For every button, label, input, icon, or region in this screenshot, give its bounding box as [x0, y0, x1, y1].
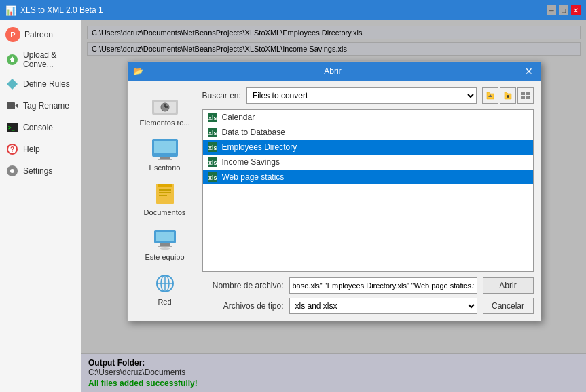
- file-name-database: Data to Database: [222, 128, 285, 137]
- filename-row: Nombre de archivo: Abrir: [202, 277, 534, 294]
- file-item-webstatics[interactable]: xls Web page statics: [203, 170, 533, 184]
- sidebar-label-patreon: Patreon: [24, 30, 53, 39]
- svg-marker-3: [7, 79, 18, 90]
- file-item-employees[interactable]: xls Employees Directory: [203, 140, 533, 155]
- sidebar-item-rules[interactable]: Define Rules: [0, 73, 81, 95]
- app-title: XLS to XML 2.0 Beta 1: [20, 5, 103, 15]
- dialog-body: Elementos re... Escritorio: [128, 81, 541, 321]
- dialog-form: Nombre de archivo: Abrir Archivos de tip…: [202, 277, 534, 314]
- svg-rect-39: [521, 92, 525, 95]
- svg-rect-23: [158, 184, 172, 187]
- sidebar-item-tag[interactable]: Tag Rename: [0, 95, 81, 117]
- dialog-title: Abrir: [324, 66, 341, 76]
- toolbar-buttons: [482, 87, 534, 104]
- console-icon: >_: [5, 121, 19, 134]
- filename-input[interactable]: [289, 277, 477, 294]
- close-button[interactable]: ✕: [571, 5, 581, 15]
- svg-text:>_: >_: [8, 125, 15, 131]
- dialog-nav-red[interactable]: Red: [134, 269, 196, 309]
- cancelar-button[interactable]: Cancelar: [483, 298, 534, 314]
- maximize-button[interactable]: □: [559, 5, 568, 15]
- svg-rect-28: [156, 232, 174, 241]
- rules-icon: [5, 77, 19, 91]
- new-folder-icon: [503, 91, 513, 100]
- up-folder-icon: [486, 91, 495, 100]
- filetype-select[interactable]: xls and xlsx: [289, 298, 477, 314]
- svg-rect-21: [158, 159, 172, 160]
- minimize-button[interactable]: ─: [547, 5, 556, 15]
- sidebar-item-patreon[interactable]: P Patreon: [0, 23, 81, 46]
- red-label: Red: [158, 298, 171, 306]
- settings-icon: [5, 164, 19, 178]
- dialog-icon: 📂: [133, 66, 143, 76]
- svg-rect-19: [154, 141, 176, 153]
- view-icon: [521, 91, 530, 100]
- view-button[interactable]: [517, 87, 534, 104]
- escritorio-label: Escritorio: [149, 163, 181, 172]
- dialog-toolbar: Buscar en: Files to convert: [202, 87, 534, 104]
- svg-text:xls: xls: [208, 115, 217, 121]
- recent-icon: [151, 93, 179, 116]
- sidebar-item-upload[interactable]: Upload & Conve...: [0, 46, 81, 73]
- svg-rect-4: [7, 102, 15, 109]
- documentos-label: Documentos: [144, 208, 186, 216]
- sidebar-item-console[interactable]: >_ Console: [0, 117, 81, 138]
- svg-rect-40: [526, 92, 530, 95]
- help-icon: ?: [5, 142, 19, 156]
- elementos-label: Elementos re...: [140, 119, 190, 127]
- svg-rect-22: [156, 184, 174, 204]
- file-item-calendar[interactable]: xls Calendar: [203, 110, 533, 125]
- svg-text:xls: xls: [208, 159, 217, 166]
- svg-rect-25: [159, 192, 171, 193]
- dialog-nav-escritorio[interactable]: Escritorio: [134, 135, 196, 174]
- sidebar-label-tag: Tag Rename: [23, 101, 69, 111]
- tag-icon: [5, 99, 19, 113]
- buscar-select-container: Files to convert: [246, 87, 477, 104]
- file-item-income[interactable]: xls Income Savings: [203, 155, 533, 170]
- dialog-close-button[interactable]: ✕: [523, 65, 535, 77]
- dialog-nav-elementos[interactable]: Elementos re...: [134, 90, 196, 130]
- buscar-select[interactable]: Files to convert: [246, 87, 477, 104]
- file-name-employees: Employees Directory: [222, 142, 297, 152]
- svg-rect-30: [158, 246, 172, 247]
- svg-point-31: [160, 247, 170, 250]
- dialog-nav-equipo[interactable]: Este equipo: [134, 224, 196, 264]
- file-name-calendar: Calendar: [222, 113, 255, 122]
- filetype-row: Archivos de tipo: xls and xlsx Cancelar: [202, 298, 534, 314]
- svg-text:?: ?: [10, 146, 14, 153]
- excel-icon-database: xls: [207, 127, 218, 138]
- svg-text:xls: xls: [208, 144, 217, 151]
- svg-rect-41: [521, 96, 525, 99]
- abrir-button[interactable]: Abrir: [483, 277, 534, 294]
- file-item-database[interactable]: xls Data to Database: [203, 125, 533, 140]
- dialog-nav: Elementos re... Escritorio: [134, 87, 196, 314]
- dialog-title-bar: 📂 Abrir ✕: [128, 62, 541, 81]
- buscar-label: Buscar en:: [202, 91, 241, 100]
- sidebar-item-help[interactable]: ? Help: [0, 138, 81, 160]
- app-icon: 📊: [5, 5, 16, 16]
- title-bar-left: 📊 XLS to XML 2.0 Beta 1: [5, 5, 103, 16]
- sidebar-item-settings[interactable]: Settings: [0, 160, 81, 182]
- svg-rect-29: [160, 243, 170, 246]
- app-body: P Patreon Upload & Conve... Define Rules: [0, 20, 586, 392]
- new-folder-button[interactable]: [500, 87, 516, 104]
- excel-icon-webstatics: xls: [207, 172, 218, 182]
- upload-icon: [5, 53, 19, 66]
- dialog-nav-documentos[interactable]: Documentos: [134, 180, 196, 219]
- sidebar-label-rules: Define Rules: [23, 79, 70, 89]
- svg-point-12: [10, 169, 14, 173]
- file-name-income: Income Savings: [222, 157, 280, 167]
- dialog-overlay: 📂 Abrir ✕: [81, 20, 586, 392]
- filename-label: Nombre de archivo:: [202, 281, 284, 290]
- filetype-label: Archivos de tipo:: [202, 301, 284, 311]
- sidebar-label-console: Console: [23, 123, 53, 132]
- desktop-icon: [151, 138, 179, 161]
- patreon-icon: P: [5, 27, 20, 42]
- svg-text:xls: xls: [208, 130, 217, 136]
- sidebar-label-help: Help: [23, 144, 40, 154]
- up-folder-button[interactable]: [482, 87, 498, 104]
- svg-rect-24: [159, 189, 171, 191]
- svg-rect-42: [526, 96, 530, 99]
- sidebar-label-upload: Upload & Conve...: [23, 50, 75, 69]
- svg-rect-26: [159, 195, 167, 196]
